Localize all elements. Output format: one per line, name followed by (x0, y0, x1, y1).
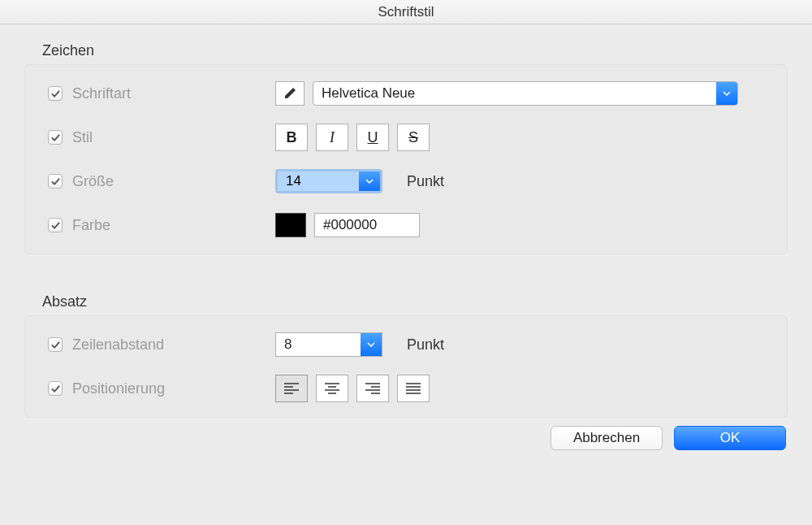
controls-linespacing: 8 Punkt (275, 332, 444, 357)
pencil-icon (283, 87, 296, 100)
check-icon (51, 221, 60, 230)
font-select-arrow (716, 82, 737, 105)
row-label-size: Größe (48, 173, 275, 190)
size-select[interactable]: 14 (275, 169, 382, 193)
font-select-value: Helvetica Neue (313, 85, 423, 102)
font-select[interactable]: Helvetica Neue (313, 81, 738, 106)
check-icon (51, 133, 60, 142)
linespacing-value: 8 (276, 336, 300, 353)
align-justify-icon (406, 383, 421, 394)
edit-font-button[interactable] (275, 81, 304, 106)
strikethrough-button[interactable]: S (397, 124, 430, 151)
checkbox-style[interactable] (48, 130, 63, 145)
underline-button[interactable]: U (356, 124, 389, 151)
row-label-font: Schriftart (48, 85, 275, 102)
checkbox-linespacing[interactable] (48, 337, 63, 352)
check-icon (51, 89, 60, 98)
row-label-positioning: Positionierung (48, 380, 275, 397)
row-linespacing: Zeilenabstand 8 Punkt (48, 331, 764, 358)
size-unit: Punkt (407, 173, 444, 190)
linespacing-unit: Punkt (407, 336, 444, 354)
align-center-button[interactable] (316, 375, 348, 402)
controls-positioning (275, 375, 430, 402)
row-positioning: Positionierung (48, 375, 764, 402)
row-label-color: Farbe (48, 217, 275, 234)
row-size: Größe 14 Punkt (48, 167, 764, 195)
panel-paragraph: Zeilenabstand 8 Punkt Positionierung (24, 315, 788, 418)
align-right-button[interactable] (356, 375, 389, 402)
color-input[interactable] (314, 213, 420, 237)
chevron-down-icon (365, 179, 374, 184)
panel-characters: Schriftart Helvetica Neue Stil (24, 64, 788, 254)
spacer (24, 254, 788, 293)
title-bar: Schriftstil (0, 0, 812, 24)
label-linespacing: Zeilenabstand (72, 336, 164, 354)
section-paragraph-label: Absatz (42, 293, 788, 310)
row-font: Schriftart Helvetica Neue (48, 80, 764, 107)
button-row: Abbrechen OK (24, 426, 788, 450)
linespacing-select[interactable]: 8 (275, 332, 382, 357)
row-label-style: Stil (48, 129, 275, 146)
controls-font: Helvetica Neue (275, 81, 738, 106)
label-font: Schriftart (72, 85, 131, 102)
checkbox-font[interactable] (48, 86, 63, 101)
chevron-down-icon (367, 342, 375, 347)
ok-button[interactable]: OK (674, 426, 786, 450)
check-icon (51, 177, 60, 186)
label-color: Farbe (72, 217, 110, 234)
align-left-icon (284, 383, 299, 394)
align-left-button[interactable] (275, 375, 308, 402)
content: Zeichen Schriftart Helvetica Neue (0, 24, 812, 465)
checkbox-color[interactable] (48, 218, 63, 232)
color-swatch[interactable] (275, 213, 306, 237)
align-justify-button[interactable] (397, 375, 430, 402)
check-icon (51, 341, 60, 349)
size-select-value: 14 (278, 171, 359, 191)
italic-button[interactable]: I (316, 124, 348, 151)
size-select-arrow (359, 171, 380, 191)
cancel-button[interactable]: Abbrechen (551, 426, 663, 450)
checkbox-positioning[interactable] (48, 381, 63, 396)
align-center-icon (325, 383, 339, 394)
label-style: Stil (72, 129, 93, 146)
controls-style: B I U S (275, 124, 430, 151)
controls-size: 14 Punkt (275, 169, 444, 193)
align-right-icon (365, 383, 380, 394)
linespacing-arrow (361, 333, 382, 356)
check-icon (51, 384, 60, 393)
row-style: Stil B I U S (48, 124, 764, 151)
checkbox-size[interactable] (48, 174, 63, 189)
bold-button[interactable]: B (275, 124, 308, 151)
row-color: Farbe (48, 211, 764, 239)
window-title: Schriftstil (378, 4, 434, 20)
label-size: Größe (72, 173, 114, 190)
row-label-linespacing: Zeilenabstand (48, 336, 275, 354)
chevron-down-icon (723, 91, 731, 96)
section-characters-label: Zeichen (42, 42, 788, 59)
controls-color (275, 213, 420, 237)
label-positioning: Positionierung (72, 380, 165, 397)
